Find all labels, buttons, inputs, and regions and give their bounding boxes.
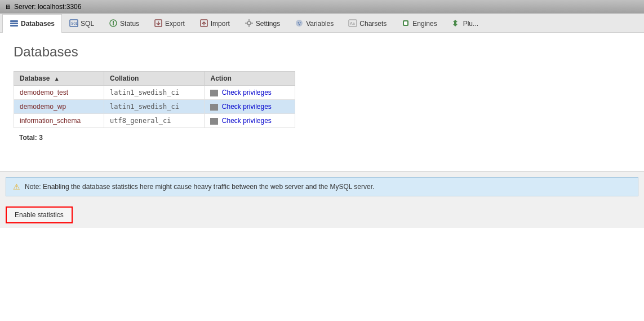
tab-status[interactable]: Status bbox=[101, 14, 146, 33]
import-icon bbox=[199, 19, 208, 29]
titlebar-icon: 🖥 bbox=[5, 3, 11, 10]
tab-databases-label: Databases bbox=[21, 20, 55, 28]
col-database-label: Database bbox=[20, 74, 50, 82]
col-action-label: Action bbox=[210, 74, 231, 82]
total-row: Total: 3 bbox=[14, 133, 630, 143]
page-title: Databases bbox=[14, 44, 630, 60]
export-icon bbox=[154, 19, 163, 29]
notice-bar: ⚠ Note: Enabling the database statistics… bbox=[6, 177, 638, 196]
titlebar: 🖥 Server: localhost:3306 bbox=[0, 0, 644, 14]
svg-text:V: V bbox=[297, 21, 301, 27]
svg-text:SQL: SQL bbox=[71, 21, 78, 26]
tab-sql-label: SQL bbox=[81, 20, 94, 28]
check-privileges-link-0[interactable]: Check privileges bbox=[222, 89, 272, 96]
table-row: demodemo_wp latin1_swedish_ci Check priv… bbox=[14, 100, 295, 114]
check-privileges-link-1[interactable]: Check privileges bbox=[222, 103, 272, 111]
titlebar-title: Server: localhost:3306 bbox=[14, 3, 81, 11]
tab-sql[interactable]: SQL SQL bbox=[62, 14, 101, 33]
tab-charsets[interactable]: Aa Charsets bbox=[341, 14, 394, 33]
check-priv-icon-2 bbox=[210, 118, 218, 125]
collation-1: latin1_swedish_ci bbox=[110, 103, 179, 111]
collation-2: utf8_general_ci bbox=[110, 117, 171, 125]
db-name-link-0[interactable]: demodemo_test bbox=[20, 89, 68, 96]
tab-settings-label: Settings bbox=[256, 20, 280, 28]
table-row: demodemo_test latin1_swedish_ci Check pr… bbox=[14, 86, 295, 100]
collation-0: latin1_swedish_ci bbox=[110, 89, 179, 96]
svg-rect-0 bbox=[10, 20, 18, 22]
tab-status-label: Status bbox=[120, 20, 139, 28]
tab-plugins[interactable]: Plu... bbox=[445, 14, 486, 33]
tab-import[interactable]: Import bbox=[192, 14, 237, 33]
tab-variables[interactable]: V Variables bbox=[287, 14, 341, 33]
total-label: Total: bbox=[19, 134, 37, 142]
tab-engines-label: Engines bbox=[412, 20, 437, 28]
svg-rect-1 bbox=[10, 23, 18, 24]
col-collation-label: Collation bbox=[110, 74, 139, 82]
db-name-link-1[interactable]: demodemo_wp bbox=[20, 103, 66, 111]
svg-point-12 bbox=[247, 21, 251, 25]
bottom-section: ⚠ Note: Enabling the database statistics… bbox=[0, 171, 644, 228]
col-action: Action bbox=[205, 72, 295, 86]
total-count: 3 bbox=[39, 134, 43, 142]
tab-plugins-label: Plu... bbox=[463, 20, 478, 28]
variables-icon: V bbox=[295, 19, 304, 29]
tab-import-label: Import bbox=[211, 20, 230, 28]
tab-databases[interactable]: Databases bbox=[2, 14, 62, 33]
col-database[interactable]: Database ▲ bbox=[14, 72, 104, 86]
navbar: Databases SQL SQL Status Export Import S… bbox=[0, 14, 644, 33]
check-priv-icon-0 bbox=[210, 90, 218, 96]
tab-export[interactable]: Export bbox=[146, 14, 192, 33]
check-privileges-link-2[interactable]: Check privileges bbox=[222, 117, 272, 125]
main-content: Databases Database ▲ Collation Action de… bbox=[0, 33, 644, 154]
svg-rect-6 bbox=[113, 21, 114, 24]
enable-statistics-button[interactable]: Enable statistics bbox=[6, 206, 73, 223]
notice-text: Note: Enabling the database statistics h… bbox=[25, 183, 374, 191]
svg-text:Aa: Aa bbox=[350, 21, 355, 25]
table-row: information_schema utf8_general_ci Check… bbox=[14, 114, 295, 128]
svg-rect-7 bbox=[113, 24, 114, 25]
col-collation: Collation bbox=[104, 72, 205, 86]
status-icon bbox=[109, 19, 118, 29]
tab-engines[interactable]: Engines bbox=[394, 14, 444, 33]
tab-export-label: Export bbox=[165, 20, 185, 28]
plugins-icon bbox=[452, 19, 461, 29]
check-priv-icon-1 bbox=[210, 104, 218, 111]
db-name-link-2[interactable]: information_schema bbox=[20, 117, 81, 125]
sort-arrow-icon: ▲ bbox=[54, 76, 60, 82]
databases-table: Database ▲ Collation Action demodemo_tes… bbox=[14, 71, 295, 128]
svg-rect-2 bbox=[10, 25, 18, 27]
tab-charsets-label: Charsets bbox=[359, 20, 387, 28]
db-icon bbox=[10, 19, 19, 29]
engines-icon bbox=[401, 19, 410, 29]
sql-icon: SQL bbox=[69, 19, 78, 29]
svg-rect-18 bbox=[404, 21, 407, 25]
tab-variables-label: Variables bbox=[306, 20, 334, 28]
charsets-icon: Aa bbox=[348, 19, 357, 29]
warning-icon: ⚠ bbox=[13, 182, 20, 191]
tab-settings[interactable]: Settings bbox=[237, 14, 287, 33]
settings-icon bbox=[245, 19, 254, 29]
